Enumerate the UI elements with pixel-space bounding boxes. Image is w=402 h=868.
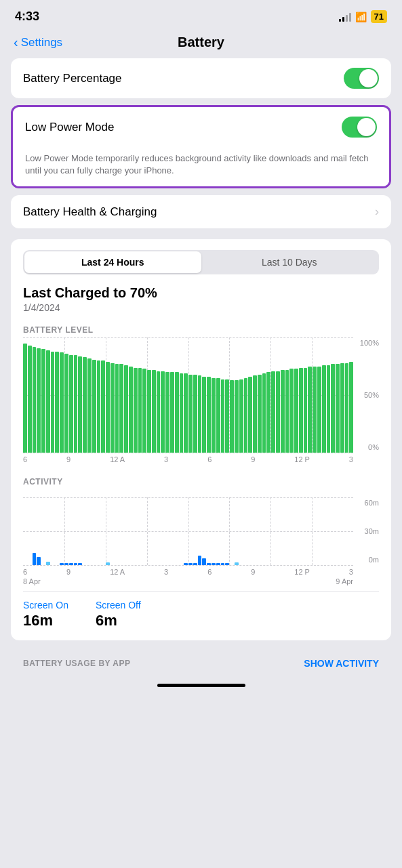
main-content: Battery Percentage Low Power Mode Low Po… — [0, 58, 402, 677]
usage-by-app-label: BATTERY USAGE BY APP — [23, 659, 130, 668]
battery-bar — [165, 372, 169, 453]
battery-level-label: BATTERY LEVEL — [23, 325, 379, 335]
battery-bar — [336, 364, 340, 453]
battery-level-chart: 100% 50% 0% — [23, 337, 379, 453]
battery-bar — [69, 355, 73, 453]
activity-label: ACTIVITY — [23, 477, 379, 487]
activity-bar — [92, 564, 96, 565]
battery-bar — [349, 362, 353, 453]
battery-bar — [60, 352, 64, 453]
battery-bar — [304, 368, 308, 453]
wifi-icon: 📶 — [355, 12, 367, 22]
back-label: Settings — [21, 36, 62, 49]
screen-on-label: Screen On — [23, 600, 68, 611]
battery-bars — [23, 337, 353, 453]
show-activity-button[interactable]: SHOW ACTIVITY — [304, 658, 379, 669]
chevron-right-icon: › — [375, 205, 379, 219]
screen-off-value: 6m — [96, 612, 141, 629]
activity-bar — [281, 564, 285, 565]
activity-bar — [74, 563, 78, 565]
battery-bar — [180, 373, 184, 453]
back-button[interactable]: ‹ Settings — [14, 35, 62, 50]
charged-title: Last Charged to 70% — [23, 285, 379, 301]
activity-bar — [244, 564, 248, 565]
battery-bar — [51, 352, 55, 453]
low-power-mode-card: Low Power Mode Low Power Mode temporaril… — [11, 105, 391, 188]
activity-bar — [230, 564, 234, 565]
battery-bar — [101, 360, 105, 453]
screen-on-stat: Screen On 16m — [23, 600, 68, 629]
activity-bar — [266, 564, 270, 565]
battery-bar — [184, 373, 188, 453]
battery-bar — [340, 363, 344, 453]
activity-bar — [138, 564, 142, 565]
activity-bar — [87, 564, 92, 565]
status-time: 4:33 — [15, 9, 39, 24]
battery-bar — [64, 354, 68, 453]
activity-bar — [165, 564, 169, 565]
activity-bar — [83, 564, 87, 565]
activity-bar — [308, 564, 312, 565]
battery-percentage-toggle[interactable] — [344, 68, 379, 89]
battery-bar — [23, 344, 27, 453]
low-power-mode-toggle[interactable] — [342, 117, 377, 138]
battery-bar — [317, 367, 321, 453]
battery-bar — [28, 346, 32, 453]
battery-bar — [37, 348, 41, 453]
activity-bar — [51, 564, 55, 565]
page-title: Battery — [178, 35, 224, 50]
screen-on-value: 16m — [23, 612, 68, 629]
activity-bar — [55, 564, 59, 565]
activity-bar — [289, 564, 294, 565]
tab-24-hours[interactable]: Last 24 Hours — [24, 251, 201, 273]
activity-bar — [106, 562, 110, 565]
low-power-description: Low Power Mode temporarily reduces backg… — [13, 147, 389, 186]
battery-bar — [134, 368, 138, 453]
activity-bar — [23, 564, 27, 565]
battery-health-card[interactable]: Battery Health & Charging › — [11, 195, 391, 228]
battery-bar — [244, 378, 248, 453]
battery-bar — [299, 368, 303, 453]
low-power-mode-row: Low Power Mode — [13, 107, 389, 147]
battery-health-row[interactable]: Battery Health & Charging › — [11, 195, 391, 228]
battery-bar — [202, 377, 206, 453]
home-bar — [157, 684, 245, 687]
activity-bar — [64, 563, 68, 565]
battery-bar — [327, 365, 331, 453]
battery-bar — [124, 365, 128, 453]
activity-bar — [33, 553, 37, 565]
activity-bar — [198, 556, 202, 565]
activity-bar — [258, 564, 262, 565]
battery-bar — [78, 356, 82, 453]
battery-bar — [308, 367, 312, 453]
battery-bar — [33, 347, 37, 453]
battery-bar — [157, 371, 161, 453]
battery-bar — [266, 372, 270, 453]
home-indicator — [0, 677, 402, 693]
battery-bar — [142, 369, 146, 453]
activity-bar — [124, 564, 128, 565]
battery-bar — [212, 378, 216, 453]
activity-bar — [60, 563, 64, 565]
status-icons: 📶 71 — [339, 10, 387, 23]
battery-bar — [97, 360, 101, 453]
activity-bar — [276, 564, 280, 565]
battery-bar — [83, 357, 87, 453]
battery-chart-area — [23, 337, 353, 453]
activity-bar — [262, 564, 266, 565]
battery-health-label: Battery Health & Charging — [23, 205, 157, 219]
activity-bar — [304, 564, 308, 565]
screen-off-stat: Screen Off 6m — [96, 600, 141, 629]
activity-bar — [78, 563, 82, 565]
time-range-tabs[interactable]: Last 24 Hours Last 10 Days — [23, 250, 379, 274]
activity-bar — [119, 564, 123, 565]
battery-bar — [285, 370, 289, 453]
tab-10-days[interactable]: Last 10 Days — [201, 251, 378, 273]
activity-y-labels: 60m 30m 0m — [355, 497, 379, 565]
battery-bar — [322, 365, 326, 453]
screen-off-label: Screen Off — [96, 600, 141, 611]
battery-bar — [188, 375, 193, 453]
battery-bar — [147, 370, 151, 453]
battery-bar — [276, 371, 280, 453]
low-power-mode-label: Low Power Mode — [25, 121, 114, 134]
